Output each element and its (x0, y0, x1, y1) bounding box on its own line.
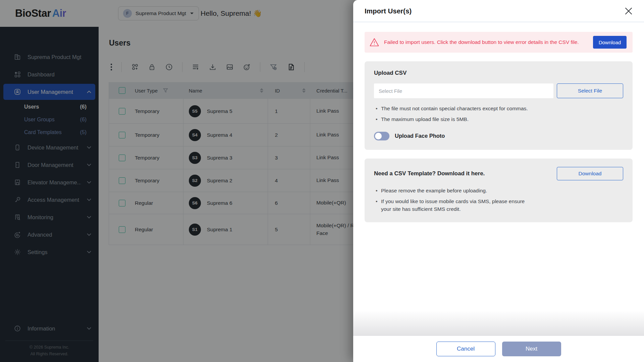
template-notes: Please remove the example before uploadi… (374, 187, 623, 213)
upload-csv-heading: Upload CSV (374, 70, 623, 76)
modal-header: Import User(s) (353, 0, 644, 22)
select-file-button[interactable]: Select File (557, 83, 623, 98)
error-banner: Failed to import users. Click the downlo… (365, 32, 633, 53)
modal-body: Failed to import users. Click the downlo… (353, 22, 644, 336)
import-users-modal: Import User(s) Failed to import users. C… (353, 0, 644, 362)
upload-notes: The file must not contain special charac… (374, 105, 623, 123)
error-message: Failed to import users. Click the downlo… (384, 38, 579, 46)
template-heading: Need a CSV Template? Download it here. (374, 170, 485, 177)
face-photo-toggle-label: Upload Face Photo (395, 133, 445, 139)
error-download-button[interactable]: Download (593, 36, 627, 49)
warning-icon (369, 38, 379, 47)
modal-footer: Cancel Next (353, 336, 644, 362)
upload-note: The maximum upload file size is 5MB. (374, 115, 623, 123)
scroll-fade (353, 310, 644, 336)
next-button[interactable]: Next (502, 342, 561, 356)
toggle-knob (375, 133, 382, 139)
modal-title: Import User(s) (365, 7, 412, 15)
csv-template-card: Need a CSV Template? Download it here. D… (365, 159, 633, 223)
upload-note: The file must not contain special charac… (374, 105, 623, 112)
template-download-button[interactable]: Download (557, 167, 623, 180)
file-input[interactable] (374, 83, 553, 98)
upload-csv-card: Upload CSV Select File The file must not… (365, 61, 633, 150)
cancel-button[interactable]: Cancel (436, 342, 495, 356)
face-photo-toggle[interactable] (374, 132, 389, 140)
close-icon[interactable] (623, 6, 634, 16)
template-note: Please remove the example before uploadi… (374, 187, 623, 194)
template-note: If you would like to issue mobile cards … (374, 197, 534, 213)
